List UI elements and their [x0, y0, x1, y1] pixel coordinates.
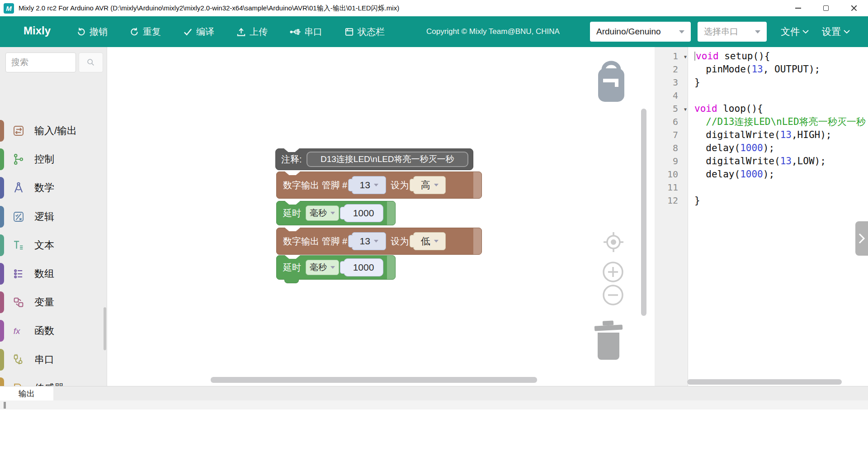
level-dropdown[interactable]: 低: [413, 232, 446, 250]
canvas-vertical-scrollbar[interactable]: [641, 109, 646, 316]
delay-block-1[interactable]: 延时 毫秒 1000: [276, 201, 396, 225]
sidebar-category-function[interactable]: fx函数: [0, 319, 107, 342]
search-button[interactable]: [79, 52, 103, 72]
port-select[interactable]: 选择串口: [698, 22, 767, 42]
compile-check-icon: [183, 27, 193, 37]
code-line-3: 3}: [655, 76, 868, 89]
toolbar-button-statusbar[interactable]: 状态栏: [344, 26, 385, 38]
category-label: 函数: [34, 324, 54, 338]
output-console[interactable]: [0, 400, 868, 467]
menu-settings[interactable]: 设置: [822, 25, 850, 38]
brand-label: Mixly: [24, 24, 51, 37]
code-line-8: 8 delay(1000);: [655, 142, 868, 155]
search-input[interactable]: [5, 52, 76, 72]
canvas-horizontal-scrollbar[interactable]: [211, 377, 537, 383]
comment-text-field[interactable]: D13连接LED\nLED将亮一秒灭一秒: [307, 152, 468, 167]
level-value: 低: [421, 235, 430, 248]
sidebar-category-logic[interactable]: 逻辑: [0, 205, 107, 228]
code-line-1: 1▼void setup(){: [655, 50, 868, 63]
code-line-11: 11: [655, 181, 868, 194]
toolbar-button-label: 编译: [196, 26, 214, 38]
sidebar-category-text[interactable]: 文本: [0, 234, 107, 257]
board-select[interactable]: Arduino/Genuino: [590, 22, 691, 42]
toolbar-button-undo[interactable]: 撤销: [76, 26, 108, 38]
maximize-button[interactable]: [812, 0, 840, 16]
upload-icon: [236, 27, 246, 37]
fold-caret-icon[interactable]: ▼: [684, 50, 687, 63]
inout-icon: [12, 124, 25, 138]
line-number: 4: [655, 89, 688, 102]
toolbar-button-upload[interactable]: 上传: [236, 26, 268, 38]
category-color-pill: [0, 263, 4, 285]
line-number: 6: [655, 115, 688, 129]
sidebar-category-array[interactable]: 数组: [0, 262, 107, 285]
chevron-down-icon: [802, 30, 809, 34]
dropdown-caret-icon: [374, 184, 378, 186]
close-button[interactable]: [840, 0, 868, 16]
category-label: 控制: [34, 152, 54, 166]
delay-block-2[interactable]: 延时 毫秒 1000: [276, 255, 396, 280]
sidebar-category-sensor[interactable]: 传感器: [0, 377, 107, 386]
sidebar-scrollbar[interactable]: [104, 307, 106, 350]
bottom-tab-bar: 输出: [0, 386, 868, 400]
code-horizontal-scrollbar[interactable]: [687, 379, 842, 385]
zoom-out-button[interactable]: [602, 284, 624, 306]
toolbar-button-redo[interactable]: 重复: [129, 26, 161, 38]
logic-icon: [12, 210, 25, 224]
category-label: 文本: [34, 238, 54, 252]
minimize-button[interactable]: [784, 0, 812, 16]
code-text: }: [688, 76, 700, 89]
category-label: 逻辑: [34, 210, 54, 224]
category-color-pill: [0, 349, 4, 371]
zoom-reset-button[interactable]: [602, 230, 625, 254]
category-color-pill: [0, 234, 4, 256]
sidebar-category-math[interactable]: 数学: [0, 176, 107, 199]
mixly-app: { "window": { "title": "Mixly 2.0 rc2 Fo…: [0, 0, 868, 467]
window-title: Mixly 2.0 rc2 For Arduino AVR (D:\mixly\…: [19, 4, 399, 13]
duration-field[interactable]: 1000: [344, 204, 383, 222]
fold-caret-icon[interactable]: ▼: [684, 103, 687, 116]
backpack-icon[interactable]: [597, 61, 626, 105]
digital-write-label: 数字输出 管脚 #: [283, 235, 347, 248]
trash-icon[interactable]: [593, 319, 624, 363]
window-controls: [784, 0, 868, 16]
toolbar-button-compile-check[interactable]: 编译: [183, 26, 214, 38]
pin-dropdown[interactable]: 13: [352, 176, 386, 194]
toolbar-button-label: 串口: [304, 26, 322, 38]
code-line-6: 6 //D13连接LED\nLED将亮一秒灭一秒: [655, 115, 868, 129]
chevron-right-icon: [858, 233, 865, 244]
tab-output[interactable]: 输出: [0, 386, 53, 401]
sensor-icon: [12, 381, 25, 386]
set-label: 设为: [391, 179, 409, 191]
line-number: 1▼: [655, 50, 688, 63]
digital-write-block-2[interactable]: 数字输出 管脚 # 13 设为 低: [276, 228, 482, 255]
line-number: 10: [655, 168, 688, 181]
duration-field[interactable]: 1000: [344, 258, 383, 276]
pin-value: 13: [360, 236, 370, 247]
menu-file[interactable]: 文件: [781, 25, 809, 38]
dropdown-caret-icon: [374, 240, 378, 243]
console-scroll-thumb[interactable]: [4, 402, 6, 409]
unit-dropdown[interactable]: 毫秒: [306, 260, 339, 275]
zoom-in-button[interactable]: [602, 261, 624, 283]
category-color-pill: [0, 120, 4, 142]
code-text: void loop(){: [688, 102, 763, 115]
pin-dropdown[interactable]: 13: [352, 232, 386, 250]
comment-block[interactable]: 注释: D13连接LED\nLED将亮一秒灭一秒: [275, 148, 473, 170]
sidebar-category-serial[interactable]: 串口: [0, 348, 107, 371]
category-color-pill: [0, 177, 4, 199]
unit-dropdown[interactable]: 毫秒: [306, 205, 339, 221]
toolbar-button-serial-monitor[interactable]: 串口: [289, 26, 322, 38]
code-line-7: 7 digitalWrite(13,HIGH);: [655, 129, 868, 142]
level-dropdown[interactable]: 高: [413, 176, 446, 194]
console-strip: [0, 400, 868, 410]
sidebar-category-control[interactable]: 控制: [0, 148, 107, 171]
sidebar-category-variable[interactable]: 变量: [0, 291, 107, 314]
collapse-code-panel-button[interactable]: [855, 221, 868, 256]
mixly-logo-icon: M: [4, 3, 14, 14]
line-number: 12: [655, 194, 688, 207]
sidebar-category-inout[interactable]: 输入/输出: [0, 119, 107, 142]
pin-value: 13: [360, 180, 370, 191]
chevron-down-icon: [679, 30, 684, 33]
digital-write-block-1[interactable]: 数字输出 管脚 # 13 设为 高: [276, 172, 482, 199]
